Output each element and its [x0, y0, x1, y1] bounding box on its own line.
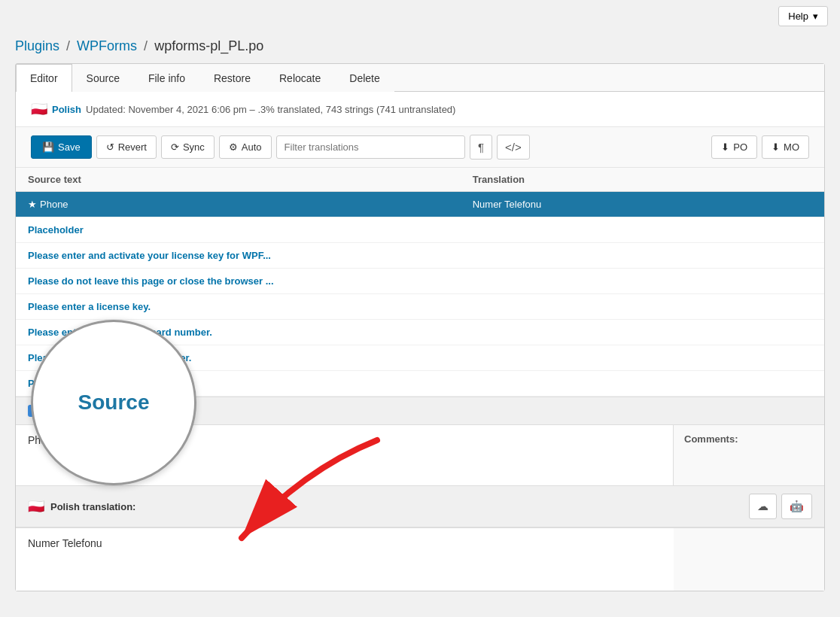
main-content-area: Editor Source File info Restore Relocate…	[15, 63, 825, 591]
tab-source[interactable]: Source	[72, 64, 134, 92]
translation-cell	[461, 243, 824, 269]
auto-label: Auto	[242, 141, 262, 153]
polish-header-actions: ☁ 🤖	[749, 494, 812, 519]
polish-flag: 🇵🇱	[28, 498, 44, 515]
source-cell: Please enter a license key.	[16, 294, 461, 320]
breadcrumb: Plugins / WPForms / wpforms-pl_PL.po	[0, 32, 840, 63]
file-name: wpforms-pl_PL.po	[154, 38, 263, 53]
table-row[interactable]: Please enter a license key.	[16, 294, 824, 320]
revert-button[interactable]: ↺ Revert	[96, 135, 157, 159]
translation-cell: Numer Telefonu	[461, 192, 824, 217]
table-row[interactable]: ★Phone Numer Telefonu	[16, 192, 824, 217]
download-po-label: PO	[733, 141, 747, 153]
cloud-upload-button[interactable]: ☁	[749, 494, 777, 519]
pilcrow-button[interactable]: ¶	[470, 135, 492, 160]
zoom-circle: Source	[31, 320, 196, 485]
polish-flag: 🇵🇱	[31, 101, 47, 117]
content-wrapper: Source text Translation ★Phone Numer Tel…	[16, 168, 824, 591]
save-button[interactable]: 💾 Save	[31, 135, 92, 159]
sync-icon: ⟳	[171, 141, 179, 153]
comments-panel: Comments:	[674, 425, 824, 485]
download-po-icon: ⬇	[721, 141, 729, 153]
translation-textarea[interactable]: Numer Telefonu	[16, 528, 523, 588]
wpforms-link[interactable]: WPForms	[77, 38, 137, 53]
toolbar: 💾 Save ↺ Revert ⟳ Sync ⚙ Auto ¶ </> ⬇ PO…	[16, 126, 824, 168]
translation-cell	[461, 320, 824, 345]
col-translation-header: Translation	[461, 168, 824, 192]
polish-translation-header: 🇵🇱 Polish translation: ☁ 🤖	[16, 485, 824, 527]
tab-restore[interactable]: Restore	[199, 64, 265, 92]
zoom-circle-text: Source	[78, 391, 150, 415]
sync-label: Sync	[183, 141, 205, 153]
help-button[interactable]: Help ▾	[778, 6, 828, 26]
translation-input-wrapper: Numer Telefonu	[16, 528, 674, 591]
col-source-header: Source text	[16, 168, 461, 192]
auto-icon: ⚙	[229, 141, 238, 153]
separator-2: /	[144, 38, 148, 53]
sync-button[interactable]: ⟳ Sync	[161, 135, 215, 159]
help-label: Help	[788, 11, 808, 22]
star-icon: ★	[28, 199, 37, 210]
tabs-nav: Editor Source File info Restore Relocate…	[16, 64, 824, 92]
tab-delete[interactable]: Delete	[335, 64, 394, 92]
status-bar: 🇵🇱 Polish Updated: November 4, 2021 6:06…	[16, 92, 824, 126]
separator-1: /	[66, 38, 70, 53]
revert-label: Revert	[118, 141, 147, 153]
download-mo-label: MO	[784, 141, 799, 153]
table-row[interactable]: Please enter and activate your license k…	[16, 243, 824, 269]
translation-row-section: Numer Telefonu	[16, 527, 824, 591]
table-row[interactable]: Placeholder	[16, 217, 824, 243]
translation-cell	[461, 269, 824, 294]
code-button[interactable]: </>	[497, 135, 530, 160]
download-po-button[interactable]: ⬇ PO	[711, 135, 757, 159]
translation-cell	[461, 217, 824, 243]
source-cell: Please enter and activate your license k…	[16, 243, 461, 269]
language-name: Polish	[52, 104, 81, 115]
tab-fileinfo[interactable]: File info	[134, 64, 199, 92]
polish-translation-label: Polish translation:	[50, 501, 135, 512]
download-mo-button[interactable]: ⬇ MO	[762, 135, 809, 159]
chevron-down-icon: ▾	[813, 11, 818, 22]
translation-cell	[461, 294, 824, 320]
auto-button[interactable]: ⚙ Auto	[219, 135, 272, 159]
source-cell: Please do not leave this page or close t…	[16, 269, 461, 294]
source-cell: Placeholder	[16, 217, 461, 243]
filter-input[interactable]	[276, 135, 465, 159]
tab-relocate[interactable]: Relocate	[265, 64, 335, 92]
auto-translate-button[interactable]: 🤖	[781, 494, 812, 519]
plugins-link[interactable]: Plugins	[15, 38, 59, 53]
save-icon: 💾	[42, 141, 54, 153]
translation-cell	[461, 345, 824, 371]
download-mo-icon: ⬇	[772, 141, 780, 153]
tab-editor[interactable]: Editor	[16, 64, 72, 92]
source-cell: ★Phone	[16, 192, 461, 217]
revert-icon: ↺	[106, 141, 114, 153]
comments-label: Comments:	[684, 433, 738, 445]
save-label: Save	[58, 141, 81, 153]
translation-cell	[461, 371, 824, 397]
translation-comments-panel	[674, 528, 824, 591]
status-text: Updated: November 4, 2021 6:06 pm – .3% …	[86, 104, 455, 115]
table-row[interactable]: Please do not leave this page or close t…	[16, 269, 824, 294]
